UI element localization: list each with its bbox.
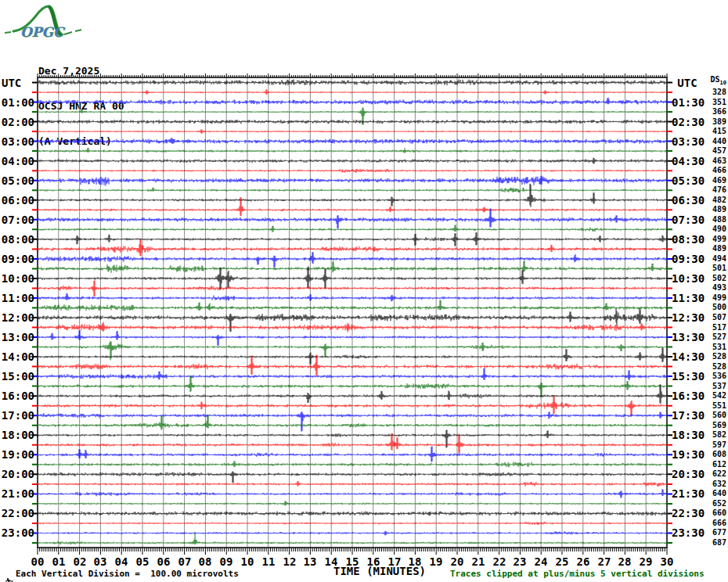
row-value: 463 xyxy=(705,157,726,165)
x-tick-label-21: 21 xyxy=(467,555,490,568)
row-value: 551 xyxy=(705,402,726,410)
row-value: 542 xyxy=(705,392,726,400)
hour-label-left-16:00: 16:00 xyxy=(0,390,34,401)
x-tick-label-00: 00 xyxy=(26,555,49,568)
hour-label-right-16:30: 16:30 xyxy=(672,390,706,401)
row-value: 489 xyxy=(705,206,726,214)
hour-label-left-02:00: 02:00 xyxy=(0,117,34,128)
row-value: 351 xyxy=(705,99,726,106)
hour-label-right-06:30: 06:30 xyxy=(672,195,706,206)
row-value: 490 xyxy=(705,225,726,233)
hour-label-right-22:30: 22:30 xyxy=(672,508,706,519)
hour-label-right-18:30: 18:30 xyxy=(672,429,706,440)
hour-label-left-15:00: 15:00 xyxy=(0,371,34,382)
hour-label-right-10:30: 10:30 xyxy=(672,273,706,284)
row-value: 457 xyxy=(705,147,726,155)
hour-label-right-17:30: 17:30 xyxy=(672,410,706,421)
vertical-division-note: Each Vertical Division = 100.00 microvol… xyxy=(16,569,239,579)
row-value: 632 xyxy=(705,480,726,488)
x-tick-label-01: 01 xyxy=(47,555,70,568)
row-value: 488 xyxy=(705,216,726,224)
x-tick-label-25: 25 xyxy=(550,555,574,568)
minute-gridlines xyxy=(59,77,646,548)
row-value: 517 xyxy=(705,324,726,332)
x-tick-label-06: 06 xyxy=(152,555,175,568)
hour-label-left-08:00: 08:00 xyxy=(0,234,34,245)
x-tick-label-10: 10 xyxy=(236,555,259,568)
row-value: 622 xyxy=(705,470,726,478)
row-value: 528 xyxy=(705,363,726,371)
hour-label-right-23:30: 23:30 xyxy=(672,527,706,538)
hour-label-right-02:30: 02:30 xyxy=(672,117,706,128)
hour-label-right-04:30: 04:30 xyxy=(672,156,706,167)
hour-label-left-09:00: 09:00 xyxy=(0,253,34,264)
row-value: 612 xyxy=(705,461,726,469)
row-value: 469 xyxy=(705,177,726,185)
hour-label-left-01:00: 01:00 xyxy=(0,97,34,108)
x-tick-label-04: 04 xyxy=(110,555,133,568)
row-value: 660 xyxy=(705,509,726,517)
row-value: 482 xyxy=(705,196,726,204)
x-tick-label-13: 13 xyxy=(298,555,322,568)
hour-label-left-18:00: 18:00 xyxy=(0,429,34,440)
row-value: 500 xyxy=(705,304,726,311)
row-value: 366 xyxy=(705,108,726,116)
x-tick-label-30: 30 xyxy=(655,555,679,568)
row-value: 501 xyxy=(705,264,726,272)
hour-label-right-21:30: 21:30 xyxy=(672,488,706,499)
x-tick-label-29: 29 xyxy=(634,555,658,568)
hour-label-right-09:30: 09:30 xyxy=(672,253,706,264)
hour-label-left-05:00: 05:00 xyxy=(0,175,34,186)
x-tick-label-28: 28 xyxy=(613,555,636,568)
row-value: 560 xyxy=(705,411,726,419)
hour-label-right-07:30: 07:30 xyxy=(672,214,706,225)
hour-label-right-13:30: 13:30 xyxy=(672,332,706,343)
hour-label-right-11:30: 11:30 xyxy=(672,293,706,304)
hour-label-right-14:30: 14:30 xyxy=(672,351,706,362)
row-value: 582 xyxy=(705,431,726,439)
row-value: 536 xyxy=(705,372,726,380)
row-value: 489 xyxy=(705,245,726,253)
hour-label-left-04:00: 04:00 xyxy=(0,156,34,167)
x-tick-label-05: 05 xyxy=(131,555,154,568)
x-tick-label-03: 03 xyxy=(88,555,112,568)
row-value: 493 xyxy=(705,284,726,292)
hour-label-right-19:30: 19:30 xyxy=(672,449,706,460)
row-value: 531 xyxy=(705,343,726,351)
row-value: 507 xyxy=(705,314,726,322)
x-tick-label-11: 11 xyxy=(257,555,280,568)
hour-label-left-11:00: 11:00 xyxy=(0,293,34,304)
hour-label-left-19:00: 19:00 xyxy=(0,449,34,460)
hour-label-left-22:00: 22:00 xyxy=(0,508,34,519)
mini-waveform-icon xyxy=(5,571,14,582)
hour-label-left-23:00: 23:00 xyxy=(0,527,34,538)
hour-label-right-15:30: 15:30 xyxy=(672,371,706,382)
row-value: 666 xyxy=(705,519,726,527)
x-tick-label-24: 24 xyxy=(529,555,553,568)
hour-label-left-14:00: 14:00 xyxy=(0,351,34,362)
hour-label-left-03:00: 03:00 xyxy=(0,136,34,147)
hour-label-right-08:30: 08:30 xyxy=(672,234,706,245)
hour-label-left-12:00: 12:00 xyxy=(0,312,34,323)
row-value: 494 xyxy=(705,255,726,263)
row-value: 597 xyxy=(705,441,726,449)
row-value: 440 xyxy=(705,138,726,146)
helicorder-plot xyxy=(0,0,728,582)
row-value: 415 xyxy=(705,128,726,135)
row-value: 652 xyxy=(705,500,726,508)
hour-label-right-20:30: 20:30 xyxy=(672,469,706,480)
row-value: 389 xyxy=(705,118,726,126)
row-value: 687 xyxy=(705,539,726,547)
hour-label-left-06:00: 06:00 xyxy=(0,195,34,206)
x-axis-title: TIME (MINUTES) xyxy=(325,565,434,577)
row-value: 466 xyxy=(705,167,726,174)
row-value: 569 xyxy=(705,422,726,429)
x-tick-label-20: 20 xyxy=(445,555,469,568)
hour-label-left-20:00: 20:00 xyxy=(0,469,34,480)
row-value: 640 xyxy=(705,490,726,498)
row-value: 608 xyxy=(705,451,726,458)
hour-label-left-13:00: 13:00 xyxy=(0,332,34,343)
row-value: 499 xyxy=(705,235,726,243)
x-tick-label-09: 09 xyxy=(214,555,238,568)
hour-label-left-10:00: 10:00 xyxy=(0,273,34,284)
